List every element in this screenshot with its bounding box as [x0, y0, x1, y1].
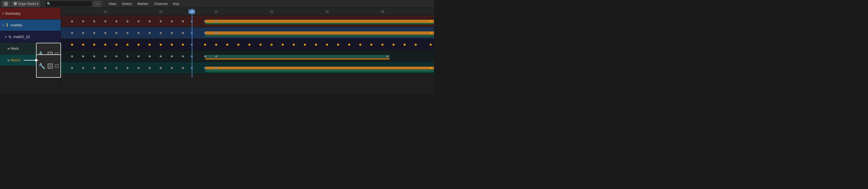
- expand-icon-matilda: ▼: [1, 23, 5, 27]
- kf-matilda-0: [71, 32, 73, 34]
- kf-mati02-26: [370, 44, 372, 46]
- kf-summary-8: [160, 20, 162, 23]
- kf-matilda-2: [93, 32, 95, 34]
- svg-rect-13: [56, 65, 58, 67]
- kf-summary-2: [93, 20, 95, 23]
- search-container: 🔍: [45, 1, 92, 7]
- neck-orange-strip: [205, 58, 390, 60]
- kf-neck-9: [171, 55, 173, 57]
- kf-mati02-3: [104, 44, 106, 46]
- toolbar-separator-1: [42, 1, 43, 7]
- channel-label-mati02: mati02_02: [13, 35, 61, 39]
- kf-mati02-7: [149, 44, 151, 46]
- menu-marker[interactable]: Marker: [135, 1, 151, 7]
- timeline-row-mati02: [61, 39, 434, 51]
- summary-orange-strip: [205, 20, 434, 23]
- kf-neck-0: [71, 55, 73, 57]
- svg-marker-15: [35, 59, 38, 62]
- channel-label-summary: Summary: [5, 11, 61, 16]
- neck1-green-strip: [205, 71, 434, 73]
- kf-matilda-5: [126, 32, 129, 34]
- extra-btn-2[interactable]: [55, 64, 59, 68]
- channel-list: ▼ Summary ▼ matilda ▼: [0, 8, 61, 94]
- kf-mati02-20: [304, 44, 306, 46]
- kf-mati02-13: [226, 44, 228, 46]
- checkbox-icon-2[interactable]: ✓: [48, 63, 53, 69]
- kf-neck1-10: [182, 67, 184, 69]
- frame-num-15: 15: [159, 10, 162, 13]
- kf-neck1-8: [160, 67, 162, 69]
- kf-mati02-4: [115, 44, 118, 46]
- timeline-row-summary: [61, 16, 434, 27]
- search-input[interactable]: [52, 2, 88, 6]
- kf-mati02-14: [237, 44, 240, 46]
- kf-neck-10: [182, 55, 184, 57]
- armature-icon: [5, 23, 9, 27]
- channel-row-matilda[interactable]: ▼ matilda: [0, 20, 61, 31]
- kf-summary-cf: [191, 20, 193, 23]
- svg-rect-1: [6, 2, 7, 4]
- kf-matilda-11: [204, 32, 206, 34]
- kf-mati02-6: [137, 44, 140, 46]
- linked-icon: [8, 35, 12, 39]
- editor-type-dropdown[interactable]: Dope Sheet ▾: [11, 1, 40, 7]
- kf-mati02-8: [160, 44, 162, 46]
- kf-mati02-2: [93, 44, 95, 46]
- kf-neck-5: [126, 55, 129, 57]
- kf-matilda-end: [430, 32, 432, 34]
- kf-mati02-12: [215, 44, 217, 46]
- expand-icon-summary: ▼: [1, 12, 5, 16]
- dope-sheet-editor: Dope Sheet ▾ 🔍 ↔ View Select Marker Chan…: [0, 0, 434, 94]
- kf-mati02-22: [326, 44, 328, 46]
- kf-mati02-11: [204, 44, 206, 46]
- kf-mati02-16: [259, 44, 261, 46]
- editor-type-label: Dope Sheet: [18, 2, 36, 6]
- kf-mati02-19: [293, 44, 295, 46]
- neck1-orange-strip: [205, 66, 434, 70]
- kf-matilda-4: [115, 32, 118, 34]
- kf-mati02-18: [282, 44, 284, 46]
- menu-channel[interactable]: Channel: [152, 1, 169, 7]
- swap-icon: ↔: [96, 2, 99, 5]
- channel-row-mati02[interactable]: ▼ mati02_02: [0, 31, 61, 43]
- kf-mati02-23: [337, 44, 339, 46]
- kf-mati02-15: [248, 44, 251, 46]
- channel-row-neck[interactable]: ▶ Neck 🔧 ✓: [0, 43, 61, 54]
- menu-view[interactable]: View: [106, 1, 118, 7]
- kf-matilda-12: [215, 32, 217, 34]
- kf-summary-7: [149, 20, 151, 23]
- kf-mati02-27: [381, 44, 383, 46]
- kf-matilda-10: [182, 32, 184, 34]
- editor-type-icon-btn[interactable]: [2, 1, 10, 7]
- kf-summary-end: [430, 20, 432, 23]
- dope-sheet-menu-icon: [13, 2, 18, 6]
- frame-num-30: 30: [326, 10, 329, 13]
- frame-num-35: 35: [381, 10, 384, 13]
- kf-neck1-end: [430, 67, 432, 69]
- kf-mati02-10: [182, 44, 184, 46]
- kf-mati02-cf: [191, 44, 193, 46]
- channel-row-neck1[interactable]: ▶ Neck1 🔧 ✓: [0, 54, 61, 66]
- frame-header: 10 15 18 20 25 30 35: [61, 8, 434, 16]
- kf-neck-6: [137, 55, 140, 57]
- kf-matilda-8: [160, 32, 162, 34]
- kf-mati02-29: [404, 44, 406, 46]
- kf-neck-4: [115, 55, 118, 57]
- kf-mati02-1: [82, 44, 84, 46]
- kf-matilda-7: [149, 32, 151, 34]
- kf-matilda-1: [82, 32, 84, 34]
- menu-key[interactable]: Key: [171, 1, 181, 7]
- kf-summary-9: [171, 20, 173, 23]
- menu-select[interactable]: Select: [119, 1, 134, 7]
- svg-rect-2: [4, 4, 5, 5]
- svg-marker-5: [14, 4, 17, 5]
- kf-summary-4: [115, 20, 118, 23]
- kf-neck-8: [160, 55, 162, 57]
- channel-row-summary[interactable]: ▼ Summary: [0, 8, 61, 20]
- arrow-indicator: [24, 57, 40, 64]
- swap-button[interactable]: ↔: [93, 1, 101, 7]
- kf-neck1-6: [137, 67, 140, 69]
- kf-matilda-9: [171, 32, 173, 34]
- frame-num-25: 25: [270, 10, 273, 13]
- kf-summary-12: [215, 20, 217, 23]
